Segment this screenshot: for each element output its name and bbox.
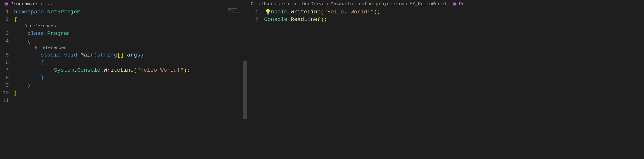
- csharp-icon: C#: [452, 1, 457, 7]
- line-number: 7: [0, 66, 9, 74]
- code-line: }: [14, 74, 247, 82]
- line-number: 8: [0, 74, 9, 82]
- breadcrumb[interactable]: C# Program.cs › ...: [0, 0, 247, 8]
- code-line: }: [14, 89, 247, 97]
- line-number: 1: [0, 8, 9, 16]
- line-number: 1: [247, 8, 258, 16]
- code-line: namespace Net5Projem: [14, 8, 247, 16]
- line-number-gutter: 1 2 3 4 5 6 7 8 9 10 11: [0, 8, 14, 159]
- code-line: {: [14, 16, 247, 23]
- line-number: 4: [0, 37, 9, 45]
- code-line: nsole.WriteLine("Hello, World!");: [264, 8, 644, 16]
- code-line: static void Main(string[] args): [14, 51, 247, 59]
- code-line: }: [14, 82, 247, 89]
- editor-body-right[interactable]: 1 2 💡 nsole.WriteLine("Hello, World!"); …: [247, 8, 644, 159]
- breadcrumb-more[interactable]: ...: [44, 1, 53, 7]
- code-line: Console.ReadLine();: [264, 16, 644, 23]
- code-line: class Program: [14, 30, 247, 37]
- chevron-right-icon: ›: [40, 2, 43, 6]
- code-line: {: [14, 37, 247, 45]
- svg-text:C#: C#: [453, 3, 456, 6]
- chevron-right-icon: ›: [355, 2, 357, 6]
- svg-text:C#: C#: [4, 3, 8, 6]
- line-number: 3: [0, 30, 9, 37]
- line-number-gutter: 1 2: [247, 8, 264, 159]
- codelens-references[interactable]: 0 references: [14, 23, 247, 30]
- chevron-right-icon: ›: [258, 2, 260, 6]
- breadcrumb-segment[interactable]: OneDrive: [302, 1, 324, 7]
- breadcrumb-segment[interactable]: Users: [262, 1, 276, 7]
- breadcrumb-segment[interactable]: dotnetprojelerim: [359, 1, 404, 7]
- line-number: 11: [0, 97, 9, 104]
- line-number: 9: [0, 82, 9, 89]
- lightbulb-icon[interactable]: 💡: [265, 9, 271, 15]
- code-line: {: [14, 59, 247, 66]
- editor-pane-right: C: › Users › erdin › OneDrive › Masaüstü…: [247, 0, 644, 159]
- chevron-right-icon: ›: [278, 2, 280, 6]
- scrollbar-thumb[interactable]: [243, 61, 247, 119]
- breadcrumb[interactable]: C: › Users › erdin › OneDrive › Masaüstü…: [247, 0, 644, 8]
- code-line: [14, 97, 247, 104]
- line-number: 6: [0, 59, 9, 66]
- code-line: System.Console.WriteLine("Hello World!")…: [14, 66, 247, 74]
- breadcrumb-segment[interactable]: Pr: [459, 1, 464, 7]
- editor-pane-left: C# Program.cs › ... 1 2 3 4 5 6 7 8 9 10…: [0, 0, 247, 159]
- csharp-icon: C#: [3, 1, 9, 7]
- breadcrumb-segment[interactable]: C:: [251, 1, 256, 7]
- breadcrumb-segment[interactable]: EY_HelloWorld: [410, 1, 446, 7]
- code-area[interactable]: namespace Net5Projem { 0 references clas…: [14, 8, 247, 159]
- code-area[interactable]: 💡 nsole.WriteLine("Hello, World!"); Cons…: [264, 8, 644, 159]
- editor-body-left[interactable]: 1 2 3 4 5 6 7 8 9 10 11 namespace Net5Pr…: [0, 8, 247, 159]
- breadcrumb-file[interactable]: Program.cs: [10, 1, 38, 7]
- breadcrumb-segment[interactable]: erdin: [282, 1, 296, 7]
- breadcrumb-segment[interactable]: Masaüstü: [331, 1, 353, 7]
- chevron-right-icon: ›: [326, 2, 329, 6]
- line-number: 2: [0, 16, 9, 23]
- line-number: 5: [0, 51, 9, 59]
- scrollbar-vertical[interactable]: [243, 8, 247, 159]
- chevron-right-icon: ›: [406, 2, 408, 6]
- line-number: 10: [0, 89, 9, 97]
- chevron-right-icon: ›: [298, 2, 300, 6]
- codelens-references[interactable]: 0 references: [14, 45, 247, 51]
- minimap[interactable]: [228, 8, 243, 14]
- line-number: 2: [247, 16, 258, 23]
- chevron-right-icon: ›: [448, 2, 450, 6]
